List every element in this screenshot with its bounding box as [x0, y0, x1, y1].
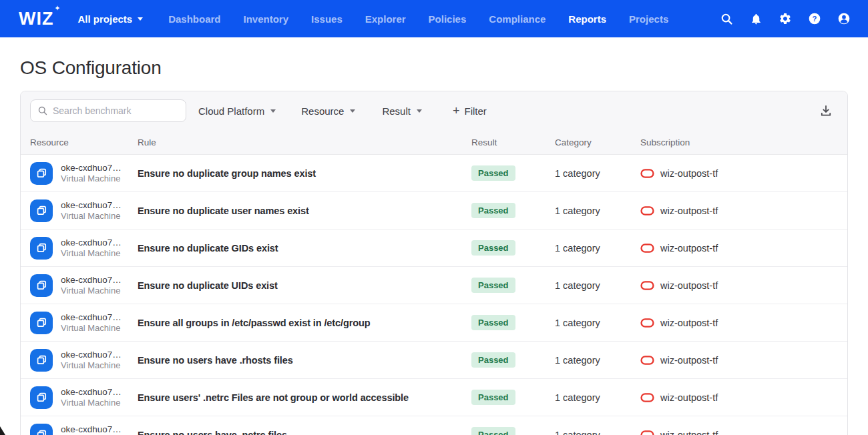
- subscription-cell: wiz-outpost-tf: [640, 392, 847, 403]
- svg-text:?: ?: [813, 15, 817, 23]
- subscription-name: wiz-outpost-tf: [660, 392, 718, 403]
- resource-name: oke-cxdhuo7…: [61, 237, 122, 248]
- nav-link-issues[interactable]: Issues: [311, 13, 343, 25]
- column-header-rule: Rule: [138, 137, 471, 147]
- category-cell: 1 category: [555, 205, 640, 216]
- column-header-category: Category: [555, 137, 640, 147]
- result-badge: Passed: [471, 203, 515, 218]
- nav-link-projects[interactable]: Projects: [629, 13, 668, 25]
- subscription-cell: wiz-outpost-tf: [640, 318, 847, 328]
- subscription-cell: wiz-outpost-tf: [640, 355, 847, 366]
- mouse-cursor: [0, 426, 5, 435]
- resource-cell: oke-cxdhuo7…Virtual Machine: [30, 162, 138, 185]
- virtual-machine-icon: [30, 349, 53, 372]
- table-row[interactable]: oke-cxdhuo7…Virtual MachineEnsure no use…: [21, 342, 847, 379]
- subscription-cell: wiz-outpost-tf: [640, 205, 847, 216]
- oracle-cloud-icon: [640, 244, 654, 253]
- oracle-cloud-icon: [640, 281, 654, 290]
- wiz-logo[interactable]: WIZ✦: [19, 9, 53, 29]
- filter-dropdown-result[interactable]: Result: [382, 105, 422, 117]
- nav-link-compliance[interactable]: Compliance: [489, 13, 546, 25]
- virtual-machine-icon: [30, 162, 53, 185]
- chevron-down-icon: [350, 109, 355, 113]
- resource-cell: oke-cxdhuo7…Virtual Machine: [30, 237, 138, 260]
- search-icon: [37, 105, 48, 116]
- add-filter-label: Filter: [464, 105, 486, 117]
- rule-name: Ensure no duplicate GIDs exist: [138, 243, 471, 254]
- result-cell: Passed: [471, 278, 555, 293]
- plus-icon: +: [453, 104, 460, 118]
- result-cell: Passed: [471, 427, 555, 435]
- nav-link-dashboard[interactable]: Dashboard: [168, 13, 220, 25]
- nav-icon-group: ?: [720, 12, 851, 25]
- search-icon[interactable]: [720, 12, 733, 25]
- help-icon[interactable]: ?: [808, 12, 821, 25]
- nav-link-reports[interactable]: Reports: [568, 13, 606, 25]
- table-row[interactable]: oke-cxdhuo7…Virtual MachineEnsure no dup…: [21, 192, 847, 230]
- filter-header: Cloud PlatformResourceResult + Filter Re…: [21, 91, 847, 155]
- table-row[interactable]: oke-cxdhuo7…Virtual MachineEnsure no dup…: [21, 267, 847, 304]
- category-cell: 1 category: [555, 392, 640, 403]
- benchmark-search-input[interactable]: [53, 105, 179, 116]
- result-cell: Passed: [471, 240, 555, 256]
- project-selector[interactable]: All projects: [77, 13, 143, 25]
- table-row[interactable]: oke-cxdhuo7…Virtual MachineEnsure no use…: [21, 416, 847, 435]
- rule-name: Ensure no duplicate group names exist: [138, 168, 471, 179]
- nav-link-inventory[interactable]: Inventory: [244, 13, 289, 25]
- subscription-name: wiz-outpost-tf: [660, 430, 718, 435]
- resource-name: oke-cxdhuo7…: [61, 199, 122, 211]
- virtual-machine-icon: [30, 386, 53, 409]
- chevron-down-icon: [270, 109, 276, 113]
- filter-bar: Cloud PlatformResourceResult + Filter: [21, 91, 847, 130]
- account-icon[interactable]: [837, 12, 851, 25]
- search-field[interactable]: [30, 99, 186, 122]
- subscription-name: wiz-outpost-tf: [660, 243, 718, 254]
- resource-name: oke-cxdhuo7…: [61, 349, 122, 360]
- resource-type: Virtual Machine: [61, 323, 122, 334]
- download-icon: [819, 104, 833, 117]
- result-cell: Passed: [471, 165, 555, 181]
- filter-dropdown-label: Result: [382, 105, 411, 117]
- table-row[interactable]: oke-cxdhuo7…Virtual MachineEnsure no dup…: [21, 155, 847, 192]
- subscription-name: wiz-outpost-tf: [660, 355, 718, 366]
- resource-type: Virtual Machine: [61, 398, 122, 408]
- subscription-cell: wiz-outpost-tf: [640, 430, 847, 435]
- resource-cell: oke-cxdhuo7…Virtual Machine: [30, 199, 138, 222]
- wiz-logo-text: WIZ: [19, 9, 53, 29]
- virtual-machine-icon: [30, 424, 53, 435]
- result-badge: Passed: [471, 390, 515, 405]
- result-badge: Passed: [471, 165, 515, 181]
- download-button[interactable]: [819, 104, 833, 117]
- filter-dropdown-cloud-platform[interactable]: Cloud Platform: [198, 105, 276, 117]
- filter-dropdown-resource[interactable]: Resource: [301, 105, 355, 117]
- resource-cell: oke-cxdhuo7…Virtual Machine: [30, 312, 138, 334]
- table-header-row: ResourceRuleResultCategorySubscription: [21, 130, 847, 154]
- oracle-cloud-icon: [640, 318, 654, 328]
- resource-cell: oke-cxdhuo7…Virtual Machine: [30, 349, 138, 372]
- nav-link-policies[interactable]: Policies: [429, 13, 467, 25]
- add-filter-button[interactable]: + Filter: [453, 104, 487, 118]
- sparkle-icon: ✦: [54, 4, 61, 13]
- rule-name: Ensure no users have .rhosts files: [138, 355, 471, 366]
- subscription-name: wiz-outpost-tf: [660, 205, 718, 216]
- subscription-name: wiz-outpost-tf: [660, 318, 718, 328]
- category-cell: 1 category: [555, 318, 640, 328]
- top-nav: WIZ✦ All projects DashboardInventoryIssu…: [0, 0, 868, 37]
- table-row[interactable]: oke-cxdhuo7…Virtual MachineEnsure no dup…: [21, 230, 847, 267]
- subscription-cell: wiz-outpost-tf: [640, 280, 847, 291]
- category-cell: 1 category: [555, 243, 640, 254]
- result-cell: Passed: [471, 390, 555, 405]
- settings-icon[interactable]: [779, 12, 792, 25]
- notifications-icon[interactable]: [749, 12, 763, 25]
- table-row[interactable]: oke-cxdhuo7…Virtual MachineEnsure all gr…: [21, 304, 847, 342]
- category-cell: 1 category: [555, 430, 640, 435]
- benchmark-results-card: Cloud PlatformResourceResult + Filter Re…: [20, 91, 848, 435]
- table-row[interactable]: oke-cxdhuo7…Virtual MachineEnsure users'…: [21, 379, 847, 416]
- result-badge: Passed: [471, 240, 515, 256]
- nav-links: DashboardInventoryIssuesExplorerPolicies…: [168, 13, 668, 25]
- nav-link-explorer[interactable]: Explorer: [365, 13, 406, 25]
- virtual-machine-icon: [30, 274, 53, 297]
- filter-dropdown-label: Resource: [301, 105, 344, 117]
- resource-name: oke-cxdhuo7…: [61, 274, 122, 286]
- chevron-down-icon: [138, 17, 143, 21]
